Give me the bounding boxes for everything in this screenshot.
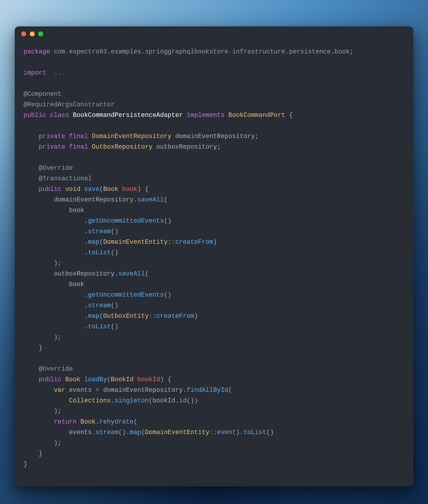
keyword-package: package	[24, 48, 50, 55]
call-map: map	[88, 238, 99, 246]
type-outbox-entity: OutboxEntity	[103, 313, 149, 320]
type-domain-event-entity: DomainEventEntity	[145, 429, 209, 436]
window-titlebar	[15, 26, 413, 41]
method-ref-operator: ::	[149, 313, 156, 320]
ref-event: event	[217, 429, 236, 436]
keyword-private: private	[39, 143, 65, 150]
call-tolist: toList	[243, 429, 266, 436]
annotation-transactional: @Transactional	[39, 175, 92, 182]
maximize-button[interactable]	[38, 31, 43, 36]
interface-name: BookCommandPort	[228, 112, 285, 119]
keyword-return: return	[54, 418, 76, 425]
close-button[interactable]	[21, 31, 26, 36]
call-tolist: toList	[88, 323, 111, 330]
keyword-final: final	[69, 143, 88, 150]
code-content[interactable]: package com.espectro93.examples.springgr…	[15, 41, 413, 486]
keyword-final: final	[69, 133, 88, 140]
type-book: Book	[65, 376, 81, 383]
call-stream: stream	[88, 302, 111, 309]
ref-outbox-repository: outboxRepository	[54, 270, 114, 277]
type-bookid: BookId	[111, 376, 133, 383]
ref-createfrom: createFrom	[175, 238, 213, 246]
param-bookid: bookId	[137, 376, 160, 383]
field-outbox-repository: outboxRepository	[156, 143, 217, 150]
minimize-button[interactable]	[30, 31, 35, 36]
call-findallbyid: findAllById	[187, 387, 228, 394]
package-path: com.espectro93.examples.springgraphqlboo…	[54, 48, 350, 55]
keyword-import: import	[24, 69, 46, 76]
keyword-private: private	[39, 133, 65, 140]
ref-domain-event-repository: domainEventRepository	[103, 387, 183, 394]
type-book: Book	[81, 418, 96, 425]
type-collections: Collections	[69, 397, 111, 404]
call-saveall: saveAll	[137, 196, 164, 203]
call-tolist: toList	[88, 249, 111, 256]
method-ref-operator: ::	[209, 429, 217, 436]
ref-events: events	[69, 429, 92, 436]
call-stream: stream	[96, 429, 118, 436]
call-stream: stream	[88, 228, 111, 235]
import-ellipsis: ...	[54, 69, 65, 76]
ref-bookid: bookId	[153, 397, 175, 404]
type-outbox-repository: OutboxRepository	[92, 143, 152, 150]
call-get-uncommitted-events: getUncommittedEvents	[88, 217, 164, 224]
annotation-override: @Override	[39, 365, 73, 372]
call-map: map	[88, 313, 99, 320]
method-loadby: loadBy	[84, 376, 107, 383]
call-rehydrate: rehydrate	[99, 418, 133, 425]
keyword-class: class	[50, 112, 69, 119]
ref-domain-event-repository: domainEventRepository	[54, 196, 133, 203]
annotation-override: @Override	[39, 164, 73, 172]
call-get-uncommitted-events: getUncommittedEvents	[88, 291, 164, 298]
annotation-required-args: @RequiredArgsConstructor	[24, 101, 115, 108]
call-singleton: singleton	[115, 397, 149, 404]
method-save: save	[84, 186, 99, 193]
ref-createfrom: createFrom	[156, 313, 194, 320]
keyword-public: public	[24, 112, 46, 119]
class-name: BookCommandPersistenceAdapter	[73, 112, 183, 119]
keyword-public: public	[39, 186, 61, 193]
call-map: map	[130, 429, 141, 436]
code-editor-window: package com.espectro93.examples.springgr…	[15, 26, 413, 486]
keyword-var: var	[54, 387, 65, 394]
type-domain-event-entity: DomainEventEntity	[103, 238, 168, 246]
type-domain-event-repository: DomainEventRepository	[92, 133, 171, 140]
call-id: id	[179, 397, 187, 404]
ref-book: book	[69, 207, 84, 214]
type-book: Book	[103, 186, 118, 193]
call-saveall: saveAll	[118, 270, 145, 277]
method-ref-operator: ::	[168, 238, 175, 246]
keyword-void: void	[65, 186, 81, 193]
keyword-public: public	[39, 376, 61, 383]
annotation-component: @Component	[24, 90, 61, 98]
var-events: events	[69, 387, 92, 394]
param-book: book	[122, 186, 137, 193]
keyword-implements: implements	[187, 112, 225, 119]
field-domain-event-repository: domainEventRepository	[175, 133, 255, 140]
ref-book: book	[69, 281, 84, 288]
